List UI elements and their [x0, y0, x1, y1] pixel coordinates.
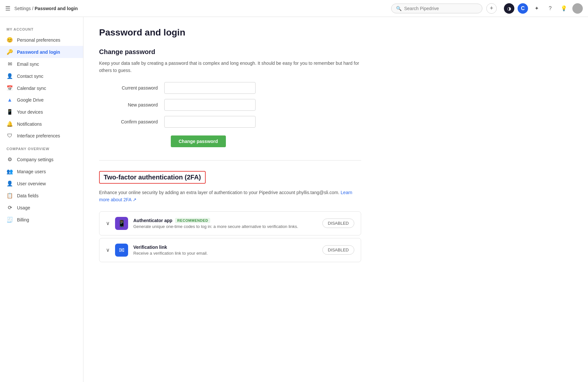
tips-icon[interactable]: 💡: [559, 3, 569, 14]
confirm-password-label: Confirm password: [99, 119, 164, 124]
tfa-title-box: Two-factor authentication (2FA): [99, 171, 206, 184]
notifications-icon: 🔔: [7, 121, 13, 127]
tfa-description: Enhance your online security by adding a…: [99, 189, 361, 204]
change-password-title: Change password: [99, 48, 361, 56]
sidebar-item-google-drive[interactable]: ▲ Google Drive: [0, 94, 83, 106]
authenticator-app-subtitle: Generate unique one-time codes to log in…: [133, 224, 317, 229]
devices-icon: 📱: [7, 109, 13, 115]
theme-icon[interactable]: ◑: [504, 3, 514, 14]
add-button[interactable]: +: [486, 3, 497, 14]
pipedrive-icon[interactable]: C: [518, 3, 528, 14]
page-title: Password and login: [99, 27, 361, 38]
billing-icon: 🧾: [7, 217, 13, 223]
authenticator-app-title: Authenticator app RECOMMENDED: [133, 218, 317, 223]
sidebar-item-password-login[interactable]: 🔑 Password and login: [0, 46, 83, 58]
authenticator-app-info: Authenticator app RECOMMENDED Generate u…: [133, 218, 317, 229]
recommended-badge: RECOMMENDED: [175, 218, 211, 223]
sidebar-item-user-overview[interactable]: 👤 User overview: [0, 177, 83, 190]
search-bar[interactable]: 🔍: [391, 4, 482, 13]
verification-link-title: Verification link: [133, 245, 317, 250]
tfa-title: Two-factor authentication (2FA): [104, 174, 201, 181]
change-password-description: Keep your data safe by creating a passwo…: [99, 60, 361, 74]
sidebar-item-data-fields[interactable]: 📋 Data fields: [0, 190, 83, 202]
sidebar-item-email-sync[interactable]: ✉ Email sync: [0, 58, 83, 70]
current-password-row: Current password: [99, 82, 361, 94]
authenticator-app-card: ∨ 📱 Authenticator app RECOMMENDED Genera…: [99, 211, 361, 235]
google-drive-icon: ▲: [7, 97, 13, 103]
share-icon[interactable]: ✦: [531, 3, 542, 14]
user-overview-icon: 👤: [7, 180, 13, 187]
calendar-icon: 📅: [7, 85, 13, 91]
interface-icon: 🛡: [7, 133, 13, 139]
verification-link-card: ∨ ✉ Verification link Receive a verifica…: [99, 238, 361, 262]
sidebar-item-your-devices[interactable]: 📱 Your devices: [0, 106, 83, 118]
authenticator-app-status-button[interactable]: DISABLED: [322, 219, 354, 228]
person-icon: 😊: [7, 37, 13, 43]
main-content-area: Password and login Change password Keep …: [83, 17, 588, 382]
my-account-label: MY ACCOUNT: [0, 22, 83, 34]
topbar: ☰ Settings / Password and login 🔍 + ◑ C …: [0, 0, 588, 17]
search-input[interactable]: [404, 6, 469, 11]
confirm-password-input[interactable]: [164, 116, 256, 128]
search-icon: 🔍: [396, 6, 402, 11]
verification-link-status-button[interactable]: DISABLED: [322, 245, 354, 255]
sidebar-item-calendar-sync[interactable]: 📅 Calendar sync: [0, 82, 83, 94]
sidebar-item-personal-preferences[interactable]: 😊 Personal preferences: [0, 34, 83, 46]
topbar-icons: ◑ C ✦ ? 💡: [504, 3, 583, 14]
change-password-button[interactable]: Change password: [171, 135, 226, 147]
avatar[interactable]: [572, 3, 583, 14]
help-icon[interactable]: ?: [545, 3, 555, 14]
layout: MY ACCOUNT 😊 Personal preferences 🔑 Pass…: [0, 17, 588, 382]
verification-link-info: Verification link Receive a verification…: [133, 245, 317, 256]
verification-link-icon: ✉: [115, 244, 128, 257]
menu-icon[interactable]: ☰: [5, 5, 10, 12]
current-password-label: Current password: [99, 85, 164, 91]
sidebar-item-company-settings[interactable]: ⚙ Company settings: [0, 153, 83, 165]
new-password-row: New password: [99, 99, 361, 111]
verification-link-subtitle: Receive a verification link to your emai…: [133, 251, 317, 256]
change-password-section: Change password Keep your data safe by c…: [99, 48, 361, 147]
breadcrumb: Settings / Password and login: [14, 6, 78, 11]
sidebar: MY ACCOUNT 😊 Personal preferences 🔑 Pass…: [0, 17, 83, 382]
key-icon: 🔑: [7, 49, 13, 55]
usage-icon: ⟳: [7, 205, 13, 211]
users-icon: 👥: [7, 168, 13, 175]
settings-icon: ⚙: [7, 156, 13, 163]
section-divider: [99, 160, 361, 161]
sidebar-item-contact-sync[interactable]: 👤 Contact sync: [0, 70, 83, 82]
sidebar-item-manage-users[interactable]: 👥 Manage users: [0, 165, 83, 177]
current-password-input[interactable]: [164, 82, 256, 94]
confirm-password-row: Confirm password: [99, 116, 361, 128]
authenticator-app-icon: 📱: [115, 217, 128, 230]
two-factor-section: Two-factor authentication (2FA) Enhance …: [99, 171, 361, 262]
new-password-label: New password: [99, 102, 164, 107]
email-icon: ✉: [7, 61, 13, 67]
sidebar-item-notifications[interactable]: 🔔 Notifications: [0, 118, 83, 130]
verification-chevron[interactable]: ∨: [106, 247, 110, 253]
contact-icon: 👤: [7, 73, 13, 79]
company-overview-label: COMPANY OVERVIEW: [0, 142, 83, 153]
sidebar-item-usage[interactable]: ⟳ Usage: [0, 202, 83, 214]
data-fields-icon: 📋: [7, 192, 13, 199]
authenticator-chevron[interactable]: ∨: [106, 220, 110, 226]
sidebar-item-billing[interactable]: 🧾 Billing: [0, 214, 83, 226]
new-password-input[interactable]: [164, 99, 256, 111]
sidebar-item-interface-preferences[interactable]: 🛡 Interface preferences: [0, 130, 83, 142]
